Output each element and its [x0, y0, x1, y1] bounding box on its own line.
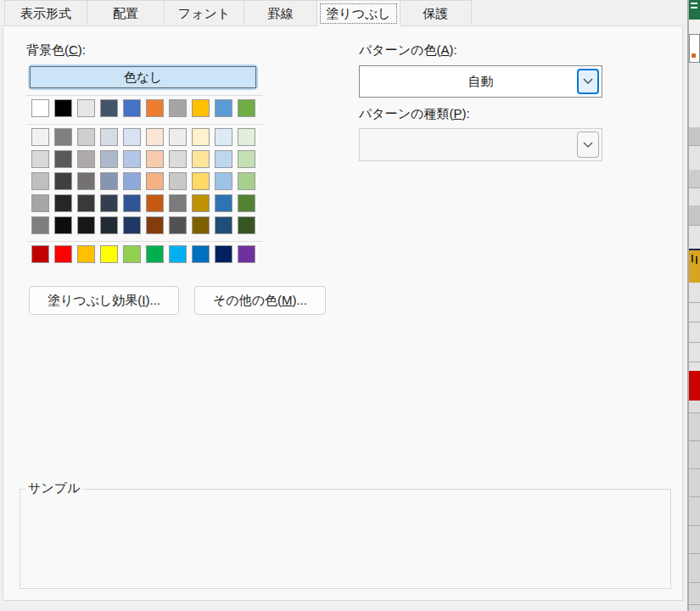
color-swatch[interactable]	[31, 194, 49, 212]
color-swatch[interactable]	[77, 150, 95, 168]
tab-alignment[interactable]: 配置	[87, 0, 165, 25]
color-swatch[interactable]	[238, 194, 255, 212]
color-swatch[interactable]	[31, 172, 49, 190]
color-swatch[interactable]	[100, 99, 118, 117]
pattern-color-label: パターンの色(A):	[359, 42, 457, 59]
color-swatch[interactable]	[215, 216, 232, 234]
color-swatch[interactable]	[123, 99, 141, 117]
color-swatch[interactable]	[146, 128, 164, 146]
color-swatch[interactable]	[169, 172, 187, 190]
color-swatch[interactable]	[31, 99, 49, 117]
chevron-down-icon	[583, 142, 593, 149]
color-swatch[interactable]	[215, 150, 232, 168]
pattern-style-dropdown-button[interactable]	[577, 132, 599, 158]
background-color-label: 背景色(C):	[26, 42, 86, 59]
color-swatch[interactable]	[169, 245, 187, 263]
color-swatch[interactable]	[192, 128, 210, 146]
color-swatch[interactable]	[54, 99, 72, 117]
color-swatch[interactable]	[146, 216, 164, 234]
color-swatch[interactable]	[77, 216, 95, 234]
tab-number-format[interactable]: 表示形式	[4, 0, 87, 25]
color-swatch[interactable]	[100, 150, 118, 168]
color-swatch[interactable]	[192, 194, 210, 212]
worksheet-cell	[689, 583, 700, 605]
worksheet-cell	[689, 605, 700, 611]
color-swatch[interactable]	[54, 216, 72, 234]
color-swatch[interactable]	[77, 194, 95, 212]
color-swatch[interactable]	[100, 172, 118, 190]
tab-protection[interactable]: 保護	[400, 0, 472, 25]
color-swatch[interactable]	[123, 128, 141, 146]
color-swatch[interactable]	[54, 128, 72, 146]
color-swatch[interactable]	[238, 150, 255, 168]
more-colors-button[interactable]: その他の色(M)...	[194, 286, 326, 315]
color-swatch[interactable]	[100, 128, 118, 146]
sample-preview-area: サンプル	[20, 489, 671, 589]
color-swatch[interactable]	[146, 150, 164, 168]
color-swatch[interactable]	[54, 194, 72, 212]
tab-bar: 表示形式 配置 フォント 罫線 塗りつぶし 保護	[4, 0, 471, 25]
color-swatch[interactable]	[215, 172, 232, 190]
color-swatch[interactable]	[31, 150, 49, 168]
separator	[26, 241, 263, 242]
toolbar-fragment	[689, 34, 700, 63]
color-swatch[interactable]	[77, 99, 95, 117]
color-swatch[interactable]	[238, 128, 255, 146]
fill-tab-panel: 背景色(C): 色なし 塗りつぶし効果(I)... その他の色(M)... パタ…	[3, 25, 683, 601]
color-swatch[interactable]	[31, 216, 49, 234]
titlebar-partial-glyph	[691, 3, 697, 4]
pattern-style-select[interactable]	[359, 128, 602, 161]
color-swatch[interactable]	[192, 245, 210, 263]
fill-effects-button[interactable]: 塗りつぶし効果(I)...	[29, 286, 179, 315]
color-swatch[interactable]	[215, 245, 232, 263]
color-swatch[interactable]	[169, 99, 187, 117]
color-swatch[interactable]	[169, 128, 187, 146]
color-swatch[interactable]	[123, 216, 141, 234]
color-swatch[interactable]	[169, 216, 187, 234]
tab-font[interactable]: フォント	[164, 0, 244, 25]
color-swatch[interactable]	[77, 128, 95, 146]
color-swatch[interactable]	[146, 172, 164, 190]
worksheet-cell	[689, 362, 700, 371]
color-swatch[interactable]	[238, 245, 255, 263]
tab-border[interactable]: 罫線	[244, 0, 317, 25]
tab-fill[interactable]: 塗りつぶし	[316, 0, 400, 26]
color-swatch[interactable]	[192, 216, 210, 234]
color-swatch[interactable]	[238, 172, 255, 190]
color-swatch[interactable]	[123, 150, 141, 168]
standard-color-row	[31, 245, 255, 263]
color-swatch[interactable]	[77, 172, 95, 190]
color-swatch[interactable]	[238, 99, 255, 117]
no-color-button[interactable]: 色なし	[28, 64, 258, 90]
color-swatch[interactable]	[146, 194, 164, 212]
color-swatch[interactable]	[169, 150, 187, 168]
color-swatch[interactable]	[215, 99, 232, 117]
pattern-color-select[interactable]: 自動	[359, 65, 602, 98]
color-swatch[interactable]	[169, 194, 187, 212]
worksheet-cell	[689, 63, 700, 127]
pattern-color-dropdown-button[interactable]	[577, 69, 599, 94]
color-swatch[interactable]	[77, 245, 95, 263]
color-swatch[interactable]	[215, 128, 232, 146]
color-swatch[interactable]	[31, 128, 49, 146]
color-swatch[interactable]	[238, 216, 255, 234]
color-swatch[interactable]	[54, 150, 72, 168]
color-swatch[interactable]	[192, 150, 210, 168]
cell-content-fragment	[692, 53, 696, 58]
color-swatch[interactable]	[100, 216, 118, 234]
color-swatch[interactable]	[146, 99, 164, 117]
color-swatch[interactable]	[215, 194, 232, 212]
pattern-color-value: 自動	[468, 74, 494, 90]
color-swatch[interactable]	[100, 245, 118, 263]
color-swatch[interactable]	[146, 245, 164, 263]
color-swatch[interactable]	[54, 245, 72, 263]
color-swatch[interactable]	[192, 172, 210, 190]
worksheet-cell	[689, 497, 700, 526]
color-swatch[interactable]	[100, 194, 118, 212]
color-swatch[interactable]	[31, 245, 49, 263]
color-swatch[interactable]	[192, 99, 210, 117]
color-swatch[interactable]	[54, 172, 72, 190]
color-swatch[interactable]	[123, 245, 141, 263]
color-swatch[interactable]	[123, 172, 141, 190]
color-swatch[interactable]	[123, 194, 141, 212]
